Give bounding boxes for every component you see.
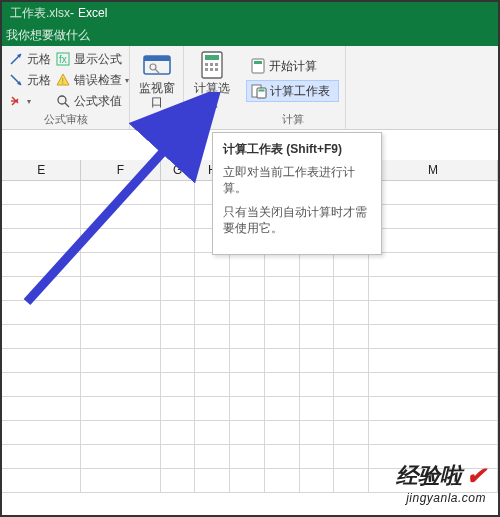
cell[interactable] xyxy=(334,277,369,301)
cell[interactable] xyxy=(300,253,335,277)
cell[interactable] xyxy=(230,397,265,421)
cell[interactable] xyxy=(2,205,81,229)
trace-dependents-button[interactable]: 元格 xyxy=(8,70,51,90)
cell[interactable] xyxy=(2,445,81,469)
calculate-now-button[interactable]: 开始计算 xyxy=(246,55,339,77)
cell[interactable] xyxy=(265,397,300,421)
cell[interactable] xyxy=(161,229,196,253)
cell[interactable] xyxy=(161,397,196,421)
cell[interactable] xyxy=(230,253,265,277)
cell[interactable] xyxy=(81,277,160,301)
cell[interactable] xyxy=(265,469,300,493)
cell[interactable] xyxy=(195,349,230,373)
col-header[interactable]: E xyxy=(2,160,81,180)
cell[interactable] xyxy=(300,301,335,325)
cell[interactable] xyxy=(161,421,196,445)
cell[interactable] xyxy=(2,349,81,373)
cell[interactable] xyxy=(334,397,369,421)
cell[interactable] xyxy=(2,421,81,445)
cell[interactable] xyxy=(369,397,498,421)
cell[interactable] xyxy=(300,445,335,469)
col-header[interactable]: G xyxy=(161,160,196,180)
cell[interactable] xyxy=(265,277,300,301)
col-header[interactable]: F xyxy=(81,160,160,180)
cell[interactable] xyxy=(230,325,265,349)
cell[interactable] xyxy=(334,445,369,469)
cell[interactable] xyxy=(300,421,335,445)
cell[interactable] xyxy=(230,469,265,493)
cell[interactable] xyxy=(2,373,81,397)
cell[interactable] xyxy=(195,253,230,277)
cell[interactable] xyxy=(161,349,196,373)
cell[interactable] xyxy=(2,181,81,205)
cell[interactable] xyxy=(230,373,265,397)
cell[interactable] xyxy=(369,205,498,229)
cell[interactable] xyxy=(334,469,369,493)
cell[interactable] xyxy=(2,253,81,277)
cell[interactable] xyxy=(81,205,160,229)
cell[interactable] xyxy=(369,349,498,373)
cell[interactable] xyxy=(265,373,300,397)
cell[interactable] xyxy=(300,325,335,349)
cell[interactable] xyxy=(81,325,160,349)
cell[interactable] xyxy=(195,301,230,325)
calculate-sheet-button[interactable]: 计算工作表 xyxy=(246,80,339,102)
cell[interactable] xyxy=(161,277,196,301)
evaluate-formula-button[interactable]: 公式求值 xyxy=(55,91,129,111)
cell[interactable] xyxy=(195,445,230,469)
cell[interactable] xyxy=(2,397,81,421)
cell[interactable] xyxy=(369,277,498,301)
cell[interactable] xyxy=(161,205,196,229)
cell[interactable] xyxy=(81,229,160,253)
cell[interactable] xyxy=(300,373,335,397)
cell[interactable] xyxy=(161,469,196,493)
cell[interactable] xyxy=(334,253,369,277)
cell[interactable] xyxy=(161,325,196,349)
cell[interactable] xyxy=(369,253,498,277)
cell[interactable] xyxy=(265,349,300,373)
cell[interactable] xyxy=(369,181,498,205)
cell[interactable] xyxy=(161,301,196,325)
cell[interactable] xyxy=(81,181,160,205)
cell[interactable] xyxy=(2,229,81,253)
cell[interactable] xyxy=(2,469,81,493)
cell[interactable] xyxy=(81,373,160,397)
cell[interactable] xyxy=(369,421,498,445)
cell[interactable] xyxy=(81,397,160,421)
cell[interactable] xyxy=(265,253,300,277)
cell[interactable] xyxy=(334,301,369,325)
cell[interactable] xyxy=(334,421,369,445)
cell[interactable] xyxy=(265,325,300,349)
cell[interactable] xyxy=(161,253,196,277)
cell[interactable] xyxy=(81,445,160,469)
cell[interactable] xyxy=(2,325,81,349)
cell[interactable] xyxy=(161,373,196,397)
cell[interactable] xyxy=(2,301,81,325)
cell[interactable] xyxy=(230,445,265,469)
error-check-button[interactable]: ! 错误检查 ▾ xyxy=(55,70,129,90)
cell[interactable] xyxy=(230,349,265,373)
cell[interactable] xyxy=(2,277,81,301)
cell[interactable] xyxy=(300,277,335,301)
col-header[interactable]: M xyxy=(369,160,498,180)
trace-precedents-button[interactable]: 元格 xyxy=(8,49,51,69)
cell[interactable] xyxy=(300,397,335,421)
cell[interactable] xyxy=(369,301,498,325)
cell[interactable] xyxy=(161,181,196,205)
cell[interactable] xyxy=(81,253,160,277)
cell[interactable] xyxy=(195,277,230,301)
cell[interactable] xyxy=(334,349,369,373)
show-formulas-button[interactable]: fx 显示公式 xyxy=(55,49,129,69)
cell[interactable] xyxy=(230,421,265,445)
cell[interactable] xyxy=(334,373,369,397)
cell[interactable] xyxy=(81,421,160,445)
cell[interactable] xyxy=(300,469,335,493)
cell[interactable] xyxy=(265,301,300,325)
tellme-bar[interactable]: 我你想要做什么 xyxy=(2,24,498,46)
cell[interactable] xyxy=(81,349,160,373)
cell[interactable] xyxy=(195,373,230,397)
cell[interactable] xyxy=(230,301,265,325)
cell[interactable] xyxy=(195,469,230,493)
cell[interactable] xyxy=(195,421,230,445)
cell[interactable] xyxy=(195,397,230,421)
